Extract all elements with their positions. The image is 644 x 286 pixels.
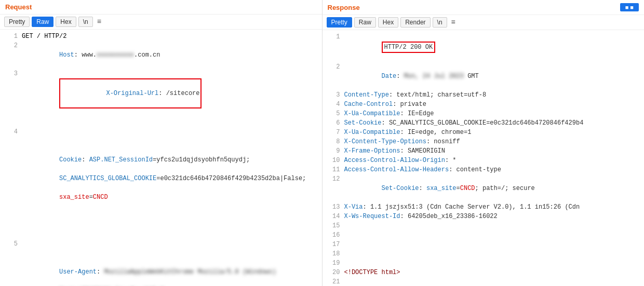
response-line-1: 1 HTTP/2 200 OK [323, 32, 645, 62]
response-line-18: 18 [323, 249, 645, 258]
response-title: Response ■ ■ [323, 0, 645, 15]
response-line-2: 2 Date: Mon, 24 Jul 2023 GMT [323, 62, 645, 90]
tab-newline-req[interactable]: \n [78, 17, 93, 27]
response-line-6: 6 Set-Cookie: SC_ANALYTICS_GLOBAL_COOKIE… [323, 118, 645, 128]
request-line-3: 3 X-Original-Url: /sitecore [0, 69, 322, 118]
response-line-7: 7 X-Ua-Compatible: IE=edge, chrome=1 [323, 128, 645, 137]
request-content: 1 GET / HTTP/2 2 Host: www.xxxxxxxxxx.co… [0, 30, 322, 286]
tab-hex-req[interactable]: Hex [56, 17, 76, 27]
request-line-1: 1 GET / HTTP/2 [0, 32, 322, 41]
response-line-10: 10 Access-Control-Allow-Origin: * [323, 156, 645, 165]
response-content: 1 HTTP/2 200 OK 2 Date: Mon, 24 Jul 2023… [323, 30, 645, 286]
tab-newline-resp[interactable]: \n [433, 17, 447, 28]
request-title: Request [0, 0, 322, 15]
response-line-9: 9 X-Frame-Options: SAMEORIGIN [323, 146, 645, 156]
tab-raw-req[interactable]: Raw [32, 17, 53, 27]
request-line-5: 5 User-Agent: MozillaAppleWebKitChrome M… [0, 230, 322, 286]
response-line-15: 15 [323, 221, 645, 230]
response-line-8: 8 X-Content-Type-Options: nosniff [323, 137, 645, 146]
tab-pretty-req[interactable]: Pretty [4, 17, 30, 27]
response-line-11: 11 Access-Control-Allow-Headers: content… [323, 165, 645, 174]
response-toolbar: Pretty Raw Hex Render \n ≡ [323, 15, 645, 30]
response-line-16: 16 [323, 230, 645, 240]
response-line-21: 21 <html class="no-js no-touch" lang="zh… [323, 277, 645, 286]
menu-icon-req[interactable]: ≡ [97, 18, 101, 26]
response-line-19: 19 [323, 258, 645, 268]
request-line-2: 2 Host: www.xxxxxxxxxx.com.cn [0, 41, 322, 69]
response-line-12: 12 Set-Cookie: sxa_site=CNCD; path=/; se… [323, 174, 645, 202]
top-right-button[interactable]: ■ ■ [620, 3, 639, 11]
tab-raw-resp[interactable]: Raw [354, 17, 376, 28]
tab-hex-resp[interactable]: Hex [378, 17, 398, 28]
response-line-17: 17 [323, 240, 645, 249]
request-toolbar: Pretty Raw Hex \n ≡ [0, 15, 322, 30]
tab-pretty-resp[interactable]: Pretty [327, 17, 352, 28]
response-line-20: 20 <!DOCTYPE html> [323, 268, 645, 277]
tab-render-resp[interactable]: Render [400, 17, 430, 28]
response-line-3: 3 Content-Type: text/html; charset=utf-8 [323, 90, 645, 100]
response-panel: Response ■ ■ Pretty Raw Hex Render \n ≡ … [323, 0, 645, 286]
response-line-14: 14 X-Ws-Request-Id: 64205deb_x16_23386-1… [323, 212, 645, 221]
response-line-5: 5 X-Ua-Compatible: IE=Edge [323, 109, 645, 118]
request-line-4: 4 Cookie: ASP.NET_SessionId=yfcs2u1dqjds… [0, 118, 322, 230]
menu-icon-resp[interactable]: ≡ [451, 18, 455, 26]
request-panel: Request Pretty Raw Hex \n ≡ 1 GET / HTTP… [0, 0, 323, 286]
response-line-13: 13 X-Via: 1.1 jszjsx51:3 (Cdn Cache Serv… [323, 202, 645, 212]
response-line-4: 4 Cache-Control: private [323, 100, 645, 109]
